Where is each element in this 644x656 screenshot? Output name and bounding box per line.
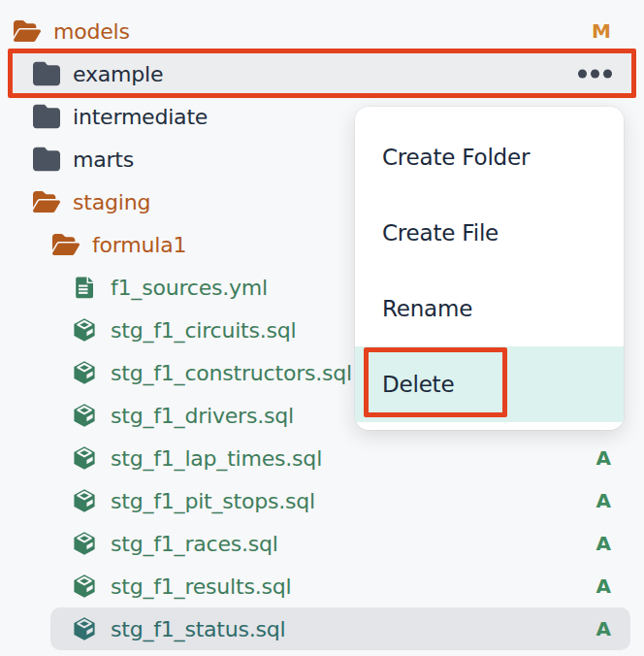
model-cube-icon (71, 615, 98, 642)
model-cube-icon (71, 402, 98, 429)
file-label: stg_f1_drivers.sql (111, 404, 294, 428)
tree-row-stg-f1-results[interactable]: stg_f1_results.sql A (0, 565, 644, 607)
folder-label: intermediate (73, 105, 208, 129)
folder-label: marts (73, 148, 134, 172)
file-label: f1_sources.yml (111, 276, 268, 300)
file-label: stg_f1_circuits.sql (111, 318, 297, 343)
git-status-badge: A (596, 479, 611, 522)
tree-row-stg-f1-lap-times[interactable]: stg_f1_lap_times.sql A (0, 437, 644, 479)
tree-row-stg-f1-races[interactable]: stg_f1_races.sql A (0, 522, 644, 565)
git-status-badge: A (596, 437, 611, 479)
model-cube-icon (71, 573, 98, 600)
file-label: stg_f1_lap_times.sql (111, 446, 322, 471)
file-tree-panel: models M example intermediate marts stag… (0, 0, 644, 656)
folder-open-icon (52, 231, 80, 258)
folder-open-icon (33, 188, 60, 215)
file-label: stg_f1_pit_stops.sql (111, 489, 315, 513)
git-status-badge: M (592, 10, 611, 52)
tree-row-example[interactable]: example (0, 52, 644, 95)
file-label: stg_f1_races.sql (111, 532, 278, 556)
folder-open-icon (14, 17, 41, 45)
folder-label: models (53, 19, 130, 44)
tree-row-models[interactable]: models M (0, 10, 644, 52)
folder-label: formula1 (92, 233, 186, 257)
folder-closed-icon (33, 103, 60, 130)
context-menu: Create Folder Create File Rename Delete (355, 107, 624, 430)
menu-item-create-folder[interactable]: Create Folder (355, 119, 624, 195)
git-status-badge: A (596, 607, 611, 650)
menu-item-create-file[interactable]: Create File (355, 195, 624, 271)
tree-row-stg-f1-status[interactable]: stg_f1_status.sql A (0, 607, 644, 650)
model-cube-icon (71, 359, 98, 386)
file-label: stg_f1_status.sql (111, 617, 286, 641)
yml-file-icon (71, 274, 98, 301)
menu-item-rename[interactable]: Rename (355, 271, 624, 346)
model-cube-icon (71, 487, 98, 514)
menu-item-delete[interactable]: Delete (355, 346, 624, 422)
model-cube-icon (71, 316, 98, 344)
folder-closed-icon (33, 60, 60, 87)
more-options-icon[interactable] (578, 70, 612, 79)
model-cube-icon (71, 444, 98, 472)
folder-closed-icon (33, 146, 60, 173)
folder-label: example (73, 62, 163, 86)
git-status-badge: A (596, 522, 611, 565)
git-status-badge: A (596, 565, 611, 607)
file-label: stg_f1_constructors.sql (111, 361, 352, 385)
tree-row-stg-f1-pit-stops[interactable]: stg_f1_pit_stops.sql A (0, 479, 644, 522)
file-label: stg_f1_results.sql (111, 574, 291, 599)
model-cube-icon (71, 530, 98, 557)
folder-label: staging (73, 190, 150, 214)
